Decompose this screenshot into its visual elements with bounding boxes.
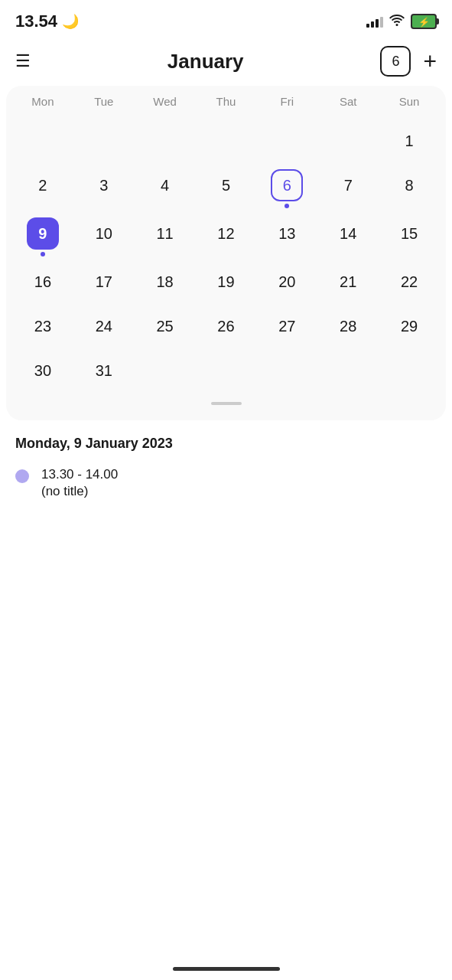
day-header-mon: Mon bbox=[12, 89, 73, 114]
signal-icon bbox=[366, 15, 383, 28]
cal-cell-10[interactable]: 10 bbox=[73, 213, 135, 261]
cal-cell-12[interactable]: 12 bbox=[196, 213, 257, 261]
header-right: 6 + bbox=[380, 46, 437, 77]
month-title: January bbox=[167, 50, 244, 74]
cal-cell-29[interactable]: 29 bbox=[379, 305, 440, 350]
drag-pill bbox=[211, 402, 242, 405]
day-badge-button[interactable]: 6 bbox=[380, 46, 411, 77]
day-headers: Mon Tue Wed Thu Fri Sat Sun bbox=[12, 86, 440, 120]
cal-cell-9[interactable]: 9 bbox=[12, 213, 73, 261]
status-time: 13.54 🌙 bbox=[15, 11, 79, 31]
cal-cell-5[interactable]: 5 bbox=[196, 165, 257, 213]
battery-icon: ⚡ bbox=[411, 14, 437, 29]
cal-cell-15[interactable]: 15 bbox=[379, 213, 440, 261]
event-details: 13.30 - 14.00 (no title) bbox=[41, 467, 118, 499]
cal-cell-14[interactable]: 14 bbox=[317, 213, 379, 261]
cal-cell-31[interactable]: 31 bbox=[73, 350, 135, 394]
status-bar: 13.54 🌙 ⚡ bbox=[0, 0, 452, 40]
cal-cell-23[interactable]: 23 bbox=[12, 305, 73, 350]
cal-cell-20[interactable]: 20 bbox=[256, 261, 317, 305]
drag-handle[interactable] bbox=[12, 394, 440, 408]
event-dot-6 bbox=[285, 204, 289, 208]
cal-cell-17[interactable]: 17 bbox=[73, 261, 135, 305]
calendar-grid: 1 2 3 4 5 6 7 8 9 10 11 12 13 14 15 16 1… bbox=[12, 120, 440, 394]
cal-cell-25[interactable]: 25 bbox=[135, 305, 196, 350]
cal-cell-6[interactable]: 6 bbox=[256, 165, 317, 213]
add-event-button[interactable]: + bbox=[423, 50, 437, 73]
cal-cell-24[interactable]: 24 bbox=[73, 305, 135, 350]
events-section: Monday, 9 January 2023 13.30 - 14.00 (no… bbox=[0, 420, 452, 499]
event-dot-9 bbox=[41, 252, 45, 256]
cal-cell-27[interactable]: 27 bbox=[256, 305, 317, 350]
event-color-dot bbox=[15, 469, 29, 483]
wifi-icon bbox=[389, 14, 405, 29]
cal-cell-19[interactable]: 19 bbox=[196, 261, 257, 305]
calendar-section: Mon Tue Wed Thu Fri Sat Sun 1 2 3 4 5 6 … bbox=[6, 86, 446, 420]
event-title: (no title) bbox=[41, 484, 118, 499]
day-header-thu: Thu bbox=[196, 89, 257, 114]
cal-cell-30[interactable]: 30 bbox=[12, 350, 73, 394]
cal-cell-empty bbox=[379, 350, 440, 394]
day-header-fri: Fri bbox=[256, 89, 317, 114]
cal-cell-21[interactable]: 21 bbox=[317, 261, 379, 305]
cal-cell-4[interactable]: 4 bbox=[135, 165, 196, 213]
cal-cell-3[interactable]: 3 bbox=[73, 165, 135, 213]
cal-cell-empty bbox=[317, 350, 379, 394]
cal-cell-2[interactable]: 2 bbox=[12, 165, 73, 213]
cal-cell-1[interactable]: 1 bbox=[379, 120, 440, 165]
cal-cell-7[interactable]: 7 bbox=[317, 165, 379, 213]
app-header: ☰ January 6 + bbox=[0, 40, 452, 86]
status-right: ⚡ bbox=[366, 14, 437, 29]
event-date-heading: Monday, 9 January 2023 bbox=[15, 436, 437, 452]
cal-cell-empty bbox=[12, 120, 73, 165]
time-display: 13.54 bbox=[15, 11, 57, 31]
cal-cell-empty bbox=[135, 350, 196, 394]
cal-cell-18[interactable]: 18 bbox=[135, 261, 196, 305]
day-header-sat: Sat bbox=[317, 89, 379, 114]
cal-cell-26[interactable]: 26 bbox=[196, 305, 257, 350]
home-indicator bbox=[173, 967, 280, 971]
cal-cell-13[interactable]: 13 bbox=[256, 213, 317, 261]
day-header-sun: Sun bbox=[379, 89, 440, 114]
event-time: 13.30 - 14.00 bbox=[41, 467, 118, 482]
cal-cell-empty bbox=[73, 120, 135, 165]
cal-cell-22[interactable]: 22 bbox=[379, 261, 440, 305]
cal-cell-empty bbox=[317, 120, 379, 165]
moon-icon: 🌙 bbox=[62, 13, 79, 30]
cal-cell-empty bbox=[256, 120, 317, 165]
cal-cell-empty bbox=[256, 350, 317, 394]
cal-cell-11[interactable]: 11 bbox=[135, 213, 196, 261]
cal-cell-28[interactable]: 28 bbox=[317, 305, 379, 350]
cal-cell-empty bbox=[135, 120, 196, 165]
cal-cell-8[interactable]: 8 bbox=[379, 165, 440, 213]
cal-cell-empty bbox=[196, 120, 257, 165]
cal-cell-16[interactable]: 16 bbox=[12, 261, 73, 305]
event-item[interactable]: 13.30 - 14.00 (no title) bbox=[15, 467, 437, 499]
hamburger-button[interactable]: ☰ bbox=[15, 53, 31, 70]
day-header-wed: Wed bbox=[135, 89, 196, 114]
day-header-tue: Tue bbox=[73, 89, 135, 114]
cal-cell-empty bbox=[196, 350, 257, 394]
